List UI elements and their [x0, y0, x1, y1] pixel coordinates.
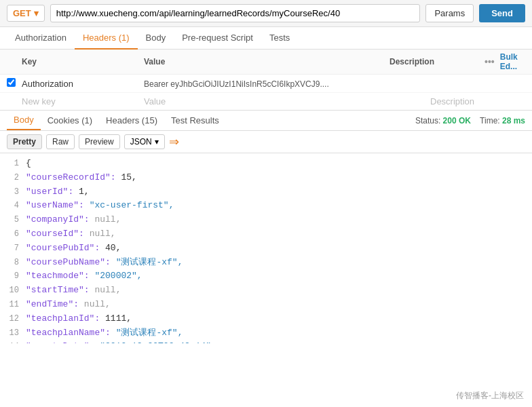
line-content: "userId": 1,: [26, 185, 90, 199]
line-content: "startTime": null,: [26, 284, 121, 298]
response-tab-cookies[interactable]: Cookies (1): [41, 111, 99, 130]
status-label: Status:: [415, 116, 443, 125]
line-number: 7: [7, 242, 26, 255]
line-content: "courseId": null,: [26, 227, 116, 241]
json-line: 13 "teachplanName": "测试课程-xf",: [7, 326, 525, 341]
response-tab-body[interactable]: Body: [7, 111, 41, 130]
line-number: 11: [7, 298, 26, 311]
response-status: Status: 200 OK Time: 28 ms: [415, 116, 525, 125]
json-line: 11 "endTime": null,: [7, 298, 525, 312]
json-line: 6 "courseId": null,: [7, 227, 525, 241]
pretty-button[interactable]: Pretty: [7, 134, 42, 149]
line-number: 4: [7, 199, 26, 212]
json-body: 1{2 "courseRecordId": 15,3 "userId": 1,4…: [0, 153, 532, 343]
json-line: 5 "companyId": null,: [7, 213, 525, 227]
tab-authorization[interactable]: Authorization: [7, 27, 75, 50]
line-content: "companyId": null,: [26, 213, 121, 227]
json-line: 7 "coursePubId": 40,: [7, 241, 525, 256]
tab-tests[interactable]: Tests: [261, 27, 298, 50]
line-content: "coursePubId": 40,: [26, 241, 121, 256]
line-content: "coursePubName": "测试课程-xf",: [26, 256, 183, 270]
new-key-cell: New key: [22, 96, 144, 106]
time-label: Time:: [480, 116, 502, 125]
line-number: 5: [7, 214, 26, 227]
col-key-header: Key: [22, 57, 144, 66]
header-value-cell: Bearer eyJhbGciOiJIUzI1NiIsInR5cCI6IkpXV…: [144, 79, 390, 89]
request-tab-row: Authorization Headers (1) Body Pre-reque…: [0, 27, 532, 50]
col-value-header: Value: [144, 57, 390, 66]
raw-button[interactable]: Raw: [46, 134, 75, 149]
line-number: 10: [7, 284, 26, 297]
col-desc-header: Description: [390, 57, 484, 66]
new-desc-cell: Description: [430, 96, 525, 106]
json-line: 2 "courseRecordId": 15,: [7, 171, 525, 185]
params-button[interactable]: Params: [425, 4, 474, 22]
response-tab-headers[interactable]: Headers (15): [99, 111, 164, 130]
headers-count: (1): [119, 33, 130, 43]
url-input[interactable]: [50, 4, 421, 22]
json-line: 10 "startTime": null,: [7, 284, 525, 298]
response-tab-test-results[interactable]: Test Results: [164, 111, 226, 130]
line-number: 1: [7, 157, 26, 170]
new-desc-placeholder: Description: [430, 96, 474, 106]
json-line: 14 "createDate": "2019-12-20T02:42:14",: [7, 340, 525, 343]
line-content: "courseRecordId": 15,: [26, 171, 137, 185]
line-number: 3: [7, 186, 26, 199]
auth-key-label: Authorization: [22, 79, 73, 89]
method-label: GET: [13, 8, 31, 18]
new-value-cell: Value: [144, 96, 430, 106]
tab-headers[interactable]: Headers (1): [75, 27, 138, 50]
line-number: 13: [7, 327, 26, 340]
line-number: 12: [7, 313, 26, 326]
bulk-edit-button[interactable]: Bulk Ed...: [500, 52, 525, 71]
line-content: "createDate": "2019-12-20T02:42:14",: [26, 340, 216, 343]
line-content: "teachplanId": 1111,: [26, 312, 132, 326]
tab-pre-request-script[interactable]: Pre-request Script: [174, 27, 261, 50]
line-number: 14: [7, 341, 26, 343]
json-line: 3 "userId": 1,: [7, 185, 525, 199]
headers-header-row: Key Value Description ••• Bulk Ed...: [0, 50, 532, 75]
json-format-label: JSON: [130, 137, 152, 147]
line-number: 9: [7, 270, 26, 283]
dots-icon: •••: [484, 56, 495, 67]
line-content: {: [26, 157, 31, 171]
line-number: 8: [7, 256, 26, 269]
auth-checkbox[interactable]: [7, 78, 16, 87]
send-button[interactable]: Send: [479, 4, 525, 22]
line-content: "endTime": null,: [26, 298, 111, 312]
json-line: 1{: [7, 157, 525, 171]
status-code: 200 OK: [443, 116, 471, 125]
wrap-icon[interactable]: ⇒: [169, 134, 179, 149]
headers-section: Key Value Description ••• Bulk Ed... Aut…: [0, 50, 532, 111]
json-chevron-icon: ▾: [155, 137, 159, 147]
method-chevron-icon: ▾: [34, 8, 39, 18]
top-bar: GET ▾ Params Send: [0, 0, 532, 27]
json-line: 4 "userName": "xc-user-first",: [7, 199, 525, 213]
response-tab-row: Body Cookies (1) Headers (15) Test Resul…: [0, 111, 532, 131]
line-content: "userName": "xc-user-first",: [26, 199, 174, 213]
header-key-cell: Authorization: [22, 79, 144, 89]
json-line: 9 "teachmode": "200002",: [7, 269, 525, 284]
json-line: 8 "coursePubName": "测试课程-xf",: [7, 256, 525, 270]
tab-body[interactable]: Body: [138, 27, 174, 50]
line-content: "teachmode": "200002",: [26, 269, 142, 284]
header-row-authorization: Authorization Bearer eyJhbGciOiJIUzI1NiI…: [0, 75, 532, 93]
line-number: 2: [7, 172, 26, 185]
line-content: "teachplanName": "测试课程-xf",: [26, 326, 183, 341]
new-key-placeholder: New key: [22, 96, 56, 106]
json-format-select[interactable]: JSON ▾: [124, 134, 165, 149]
line-number: 6: [7, 228, 26, 241]
row-checkbox[interactable]: [7, 78, 22, 89]
watermark: 传智播客-上海校区: [456, 390, 524, 402]
preview-button[interactable]: Preview: [79, 134, 120, 149]
new-value-placeholder: Value: [144, 96, 166, 106]
format-bar: Pretty Raw Preview JSON ▾ ⇒: [0, 131, 532, 153]
json-line: 12 "teachplanId": 1111,: [7, 312, 525, 326]
bulk-edit-area: ••• Bulk Ed...: [484, 52, 525, 71]
auth-value-label: Bearer eyJhbGciOiJIUzI1NiIsInR5cCI6IkpXV…: [144, 79, 329, 89]
new-header-row: New key Value Description: [0, 93, 532, 110]
method-select[interactable]: GET ▾: [7, 5, 45, 22]
time-value: 28 ms: [502, 116, 525, 125]
